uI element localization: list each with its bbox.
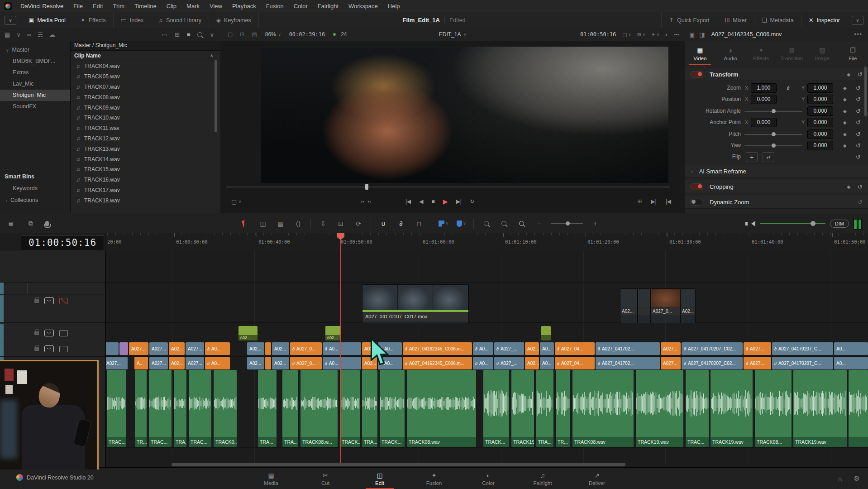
- audio-clip[interactable]: TRAC...: [149, 370, 172, 447]
- lock-icon[interactable]: [34, 299, 39, 303]
- audio-clip[interactable]: TRACK0...: [214, 370, 237, 447]
- keyframe-icon[interactable]: ◆: [847, 69, 850, 80]
- reset-icon[interactable]: ↺: [856, 117, 861, 128]
- a1-clip[interactable]: ∂A027_04170207_C...: [772, 357, 833, 369]
- overwrite-clip-button[interactable]: ⊡: [335, 218, 346, 229]
- a1-clip[interactable]: ∂A0...: [205, 357, 230, 369]
- v1-clip[interactable]: ∂A0...: [323, 342, 361, 355]
- auto-select-icon[interactable]: <>: [44, 330, 54, 336]
- dim-button[interactable]: DIM: [830, 220, 849, 228]
- dynamic-trim-tool[interactable]: ⟨⟩: [293, 218, 304, 229]
- inspector-scrollbar[interactable]: [864, 67, 867, 116]
- a1-clip[interactable]: ∂A0...: [473, 357, 493, 369]
- audio-clip[interactable]: TRACK...: [340, 370, 360, 447]
- media-clip-row[interactable]: ♫TRACK16.wav: [71, 175, 220, 185]
- prev-edit-icon[interactable]: |◀: [666, 198, 671, 205]
- audio-clip[interactable]: TRA...: [174, 370, 186, 447]
- reset-icon[interactable]: ↺: [856, 82, 861, 94]
- sound-library-button[interactable]: ♫Sound Library: [151, 12, 209, 28]
- slider-knob[interactable]: [772, 144, 776, 148]
- settings-gear-icon[interactable]: ⚙: [854, 475, 860, 483]
- viewer-safe-area-button[interactable]: ▢∨: [231, 198, 241, 205]
- playhead-line[interactable]: [340, 233, 341, 463]
- zoom-out-button[interactable]: −: [534, 218, 544, 229]
- a1-clip[interactable]: ∂A027_...: [494, 357, 524, 369]
- panel-collapse-button[interactable]: ∨: [5, 16, 16, 25]
- media-clip-row[interactable]: ♫TRACK10.wav: [71, 113, 220, 123]
- safe-area-icon[interactable]: ▢∨: [622, 32, 631, 38]
- trim-edit-tool[interactable]: ◫: [258, 218, 268, 229]
- menu-file[interactable]: File: [68, 0, 88, 12]
- audio-clip[interactable]: TRA...: [258, 370, 277, 447]
- pitch-input[interactable]: 0.000: [807, 129, 833, 139]
- zoom-y-input[interactable]: 1.000: [807, 83, 833, 93]
- bin-master[interactable]: ∨Master: [0, 44, 70, 56]
- more-icon[interactable]: •••: [854, 31, 868, 38]
- a1-clip[interactable]: A02...: [247, 357, 264, 369]
- v1-clip[interactable]: A0...: [834, 342, 868, 355]
- audio-clip[interactable]: TRA...: [536, 370, 553, 447]
- v2-clip[interactable]: A02...: [238, 326, 258, 340]
- a1-clip[interactable]: ∂A027_041702...: [596, 357, 660, 369]
- bin-item-4[interactable]: SoundFX: [0, 101, 70, 112]
- a1-clip[interactable]: A0...: [834, 357, 868, 369]
- v1-clip[interactable]: ∂A027_04170207_C...: [772, 342, 833, 355]
- v1-clip[interactable]: A0...: [540, 342, 554, 355]
- panel-toggle-icon[interactable]: ▤: [5, 31, 10, 38]
- audio-clip[interactable]: TRACK...: [483, 370, 509, 447]
- keyframes-button[interactable]: ◈Keyframes: [209, 12, 258, 28]
- lock-icon[interactable]: [34, 347, 39, 351]
- tab-file[interactable]: ❒File: [838, 43, 868, 65]
- menu-trim[interactable]: Trim: [108, 0, 130, 12]
- v1-clip[interactable]: A02...: [272, 342, 289, 355]
- v1-clip[interactable]: ∂A027_04162345_C006.m...: [403, 342, 472, 355]
- volume-slider[interactable]: [760, 223, 825, 224]
- play-button[interactable]: ▶: [443, 198, 448, 205]
- grid-overlay-icon[interactable]: ⊡: [240, 31, 244, 38]
- voiceover-mic-icon[interactable]: [45, 221, 49, 226]
- v1-clip[interactable]: ∂A0...: [473, 342, 493, 355]
- play-reverse-button[interactable]: ◀: [419, 198, 423, 205]
- media-clip-row[interactable]: ♫TRACK17.wav: [71, 185, 220, 196]
- audio-clip[interactable]: TRAC...: [189, 370, 211, 447]
- audio-clip[interactable]: TRAC...: [107, 370, 126, 447]
- film-icon[interactable]: [59, 330, 68, 336]
- metadata-button[interactable]: ❏Metadata: [754, 12, 801, 28]
- audio-clip[interactable]: TRACK08...: [755, 370, 792, 447]
- media-clip-row[interactable]: ♫TRACK08.wav: [71, 92, 220, 102]
- cropping-toggle[interactable]: [690, 183, 703, 190]
- audio-clip[interactable]: TRACK08.w...: [300, 370, 338, 447]
- page-tab-deliver[interactable]: ↗ Deliver: [583, 468, 611, 489]
- v1-clip[interactable]: ∂A027_041702...: [596, 342, 660, 355]
- a1-clip[interactable]: ∂A0...: [323, 357, 361, 369]
- flag-button[interactable]: ∨: [438, 218, 449, 229]
- marker-button[interactable]: ∨: [456, 218, 467, 229]
- slider-knob[interactable]: [772, 109, 776, 113]
- keyframe-icon[interactable]: ◆: [843, 94, 847, 105]
- speaker-icon[interactable]: [751, 221, 755, 226]
- a1-clip[interactable]: [265, 357, 271, 369]
- rotation-angle-input[interactable]: 0.000: [807, 106, 833, 116]
- custom-zoom[interactable]: [481, 218, 491, 229]
- panel-collapse-button-right[interactable]: ∨: [852, 16, 863, 25]
- a1-clip[interactable]: ∂A027_04...: [555, 357, 595, 369]
- bin-item-1[interactable]: Extras: [0, 67, 70, 78]
- audio-clip[interactable]: TRACK19.wav: [711, 370, 753, 447]
- media-list-scrollbar[interactable]: [215, 60, 217, 132]
- v1-clip[interactable]: ∂A0...: [205, 342, 230, 355]
- full-extent-zoom[interactable]: [516, 218, 527, 229]
- media-clip-row[interactable]: ♫TRACK12.wav: [71, 134, 220, 144]
- collapse-icon[interactable]: ∧: [210, 51, 213, 61]
- transform-toggle[interactable]: [690, 71, 703, 78]
- track-disabled-icon[interactable]: [59, 298, 68, 304]
- inspector-button[interactable]: ✕Inspector: [801, 12, 847, 28]
- bin-item-0[interactable]: BMD6K_BMDF...: [0, 56, 70, 67]
- insert-clip-button[interactable]: ⇩: [318, 218, 329, 229]
- v1-clip[interactable]: A02...: [247, 342, 264, 355]
- v2-clip[interactable]: A02...: [325, 326, 341, 340]
- a1-clip[interactable]: A027...: [661, 357, 681, 369]
- index-button[interactable]: ≔Index: [113, 12, 151, 28]
- page-tab-fairlight[interactable]: ♫ Fairlight: [529, 468, 557, 489]
- a1-clip[interactable]: A027...: [186, 357, 204, 369]
- chevron-down-icon[interactable]: ∨: [210, 31, 214, 38]
